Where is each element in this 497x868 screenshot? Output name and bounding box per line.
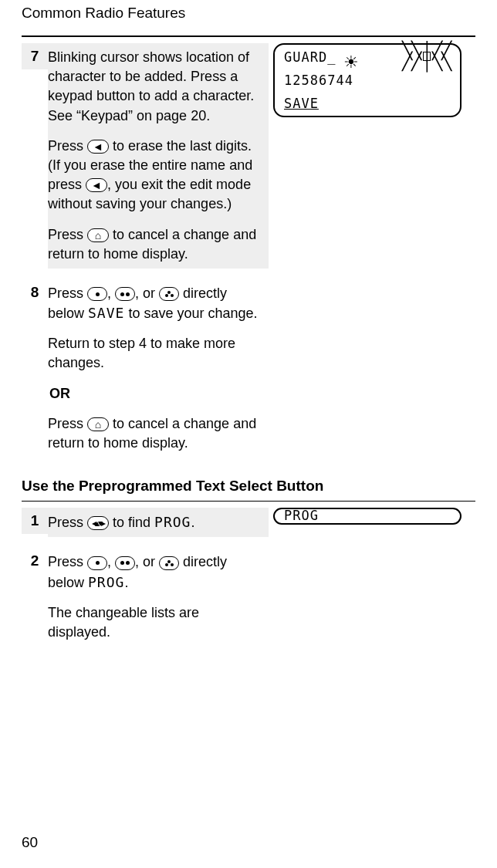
sub2-para1: Press , , or directly below PROG.: [48, 552, 265, 592]
step7-para2: Press ◄ to erase the last digits. (If yo…: [48, 137, 265, 214]
lcd-screen: GUARD_ ☀ ╲╲│╱╱ ╱╱│╲╲ 12586744 SAVE: [273, 43, 462, 117]
txt: to save your change.: [124, 306, 257, 321]
step-text: Press , , or directly below SAVE to save…: [48, 279, 269, 458]
step-text: Blinking cursor shows location of charac…: [48, 43, 269, 269]
two-dot-key-icon: [115, 287, 135, 301]
step8-para1: Press , , or directly below SAVE to save…: [48, 284, 265, 323]
step8-or: OR: [48, 384, 265, 404]
one-dot-key-icon: [87, 287, 107, 301]
substep-row-1: 1 Press ◂▴▾▸ to find PROG. PROG: [22, 502, 475, 542]
substep-row-2: 2 Press , , or directly below PROG. The …: [22, 542, 475, 651]
running-header: Common Radio Features: [22, 0, 475, 22]
txt: .: [124, 575, 128, 590]
txt: Press: [48, 515, 87, 530]
home-key-icon: ⌂: [87, 228, 109, 242]
lcd-action: SAVE: [284, 97, 319, 111]
step8-para2: Return to step 4 to make more changes.: [48, 334, 265, 373]
step7-para3: Press ⌂ to cancel a change and return to…: [48, 225, 265, 264]
txt: Press: [48, 285, 87, 301]
two-dot-key-icon: [115, 556, 135, 570]
sub2-para2: The changeable lists are displayed.: [48, 603, 265, 642]
back-arrow-key-icon: ◄: [87, 140, 109, 154]
lcd-label: PROG: [284, 508, 319, 523]
txt: Press: [48, 138, 87, 154]
back-arrow-key-icon: ◄: [86, 178, 107, 192]
three-dot-key-icon: [159, 556, 179, 570]
page: Common Radio Features 7 Blinking cursor …: [0, 0, 497, 868]
lcd-label: GUARD_: [284, 51, 336, 65]
step-number: 1: [22, 508, 48, 534]
txt: Press: [48, 227, 87, 242]
page-number: 60: [22, 834, 475, 868]
txt: , or: [135, 285, 159, 301]
txt: .: [191, 515, 194, 530]
step-number: 2: [22, 548, 48, 574]
txt-mono: PROG: [88, 574, 124, 590]
lcd-line1: GUARD_ ☀ ╲╲│╱╱ ╱╱│╲╲: [284, 49, 451, 66]
step-text: Press , , or directly below PROG. The ch…: [48, 548, 269, 647]
screen-column: PROG: [269, 508, 475, 525]
step-number: 8: [22, 279, 48, 306]
lcd-line2: 12586744: [284, 73, 451, 90]
section-title: Use the Preprogrammed Text Select Button: [22, 462, 475, 501]
txt-mono: PROG: [154, 514, 191, 530]
txt: to find: [109, 515, 154, 530]
txt: , or: [135, 554, 159, 569]
signal-icon: ☀: [343, 56, 359, 59]
step-row-7: 7 Blinking cursor shows location of char…: [22, 37, 475, 273]
screen-column: GUARD_ ☀ ╲╲│╱╱ ╱╱│╲╲ 12586744 SAVE: [269, 43, 475, 117]
txt: ,: [107, 285, 115, 301]
txt: ,: [107, 554, 115, 569]
battery-icon: ╲╲│╱╱ ╱╱│╲╲: [402, 50, 451, 62]
one-dot-key-icon: [87, 556, 107, 570]
step-text: Press ◂▴▾▸ to find PROG.: [48, 508, 269, 537]
lcd-line3: SAVE: [284, 96, 451, 113]
txt-mono: SAVE: [88, 305, 124, 321]
step8-para3: Press ⌂ to cancel a change and return to…: [48, 414, 265, 453]
home-key-icon: ⌂: [87, 417, 109, 431]
nav-key-icon: ◂▴▾▸: [87, 516, 109, 530]
sub1-para: Press ◂▴▾▸ to find PROG.: [48, 512, 265, 532]
step-row-8: 8 Press , , or directly below SAVE to sa…: [22, 273, 475, 462]
txt: Press: [48, 416, 87, 431]
step7-para1: Blinking cursor shows location of charac…: [48, 48, 265, 126]
txt: Press: [48, 554, 87, 569]
lcd-digits: 12586744: [284, 74, 353, 88]
lcd-screen-small: PROG: [273, 508, 462, 525]
three-dot-key-icon: [159, 287, 179, 301]
step-number: 7: [22, 43, 48, 69]
